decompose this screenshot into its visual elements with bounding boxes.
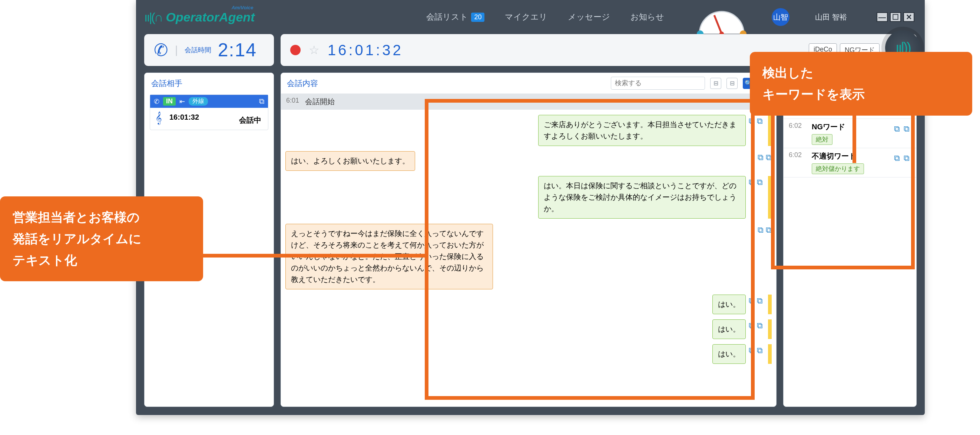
- filter-name: NGワード: [812, 122, 845, 132]
- copy-icon[interactable]: ⧉: [749, 296, 755, 306]
- maximize-button[interactable]: ☐: [890, 12, 901, 22]
- message-actions: ⧉⧉: [757, 151, 772, 162]
- badge-line: 外線: [189, 97, 208, 106]
- filter-keyword-chip: 絶対: [812, 134, 832, 145]
- message-row: はい。⧉⧉: [285, 295, 772, 314]
- conv-start-time: 6:01: [286, 97, 299, 107]
- expand-icon[interactable]: ⧉: [757, 178, 763, 187]
- message-actions: ⧉⧉: [749, 176, 763, 187]
- enter-icon: ⇤: [180, 97, 185, 106]
- caller-status: 会話中: [239, 115, 261, 125]
- filter-panel: 会話フィルタ 6:02iDeCoiDeCo⧉⧉6:02NGワード絶対⧉⧉6:02…: [783, 73, 916, 407]
- copy-icon[interactable]: ⧉: [894, 124, 900, 134]
- conv-count-badge: 20: [471, 13, 484, 22]
- caller-panel-title: 会話相手: [145, 73, 274, 92]
- callout-keywords: 検出した キーワードを表示: [750, 52, 972, 116]
- user-avatar[interactable]: 山智: [772, 8, 789, 26]
- message-actions: ⧉⧉: [749, 115, 763, 126]
- expand-icon[interactable]: ⧉: [757, 346, 763, 355]
- expand-icon[interactable]: ⧉: [757, 296, 763, 306]
- copy-icon[interactable]: ⧉: [259, 97, 264, 106]
- message-row: ご来店ありがとうございます。本日担当させていただきますよろしくお願いいたします。…: [285, 115, 772, 146]
- expand-icon[interactable]: ⧉: [904, 124, 910, 134]
- copy-icon[interactable]: ⧉: [894, 153, 900, 163]
- message-actions: ⧉⧉: [757, 224, 772, 235]
- user-name: 山田 智裕: [815, 12, 847, 22]
- top-nav: 会話リスト 20 マイクエリ メッセージ お知らせ 山智 山田 智裕 — ☐: [426, 4, 915, 30]
- expand-icon[interactable]: ⧉: [766, 225, 772, 235]
- copy-icon[interactable]: ⧉: [749, 321, 755, 330]
- expand-icon[interactable]: ⧉: [757, 321, 763, 330]
- conversation-start-marker: 6:01 会話開始: [281, 94, 776, 110]
- phone-icon: 𝄞: [155, 111, 162, 124]
- badge-in: IN: [163, 97, 176, 106]
- message-actions: ⧉⧉: [749, 295, 763, 306]
- next-button[interactable]: ⊟: [727, 78, 738, 89]
- filter-time: 6:02: [789, 122, 807, 145]
- operator-bubble[interactable]: はい。: [713, 344, 746, 364]
- filter-time: 6:02: [789, 151, 807, 174]
- call-duration-label: 会話時間: [185, 46, 211, 54]
- caller-item[interactable]: ✆ IN ⇤ 外線 ⧉ 𝄞 16:01:32 会話中: [150, 94, 268, 130]
- operator-bubble[interactable]: ご来店ありがとうございます。本日担当させていただきますよろしくお願いいたします。: [538, 115, 746, 146]
- copy-icon[interactable]: ⧉: [749, 346, 755, 355]
- filter-item[interactable]: 6:02NGワード絶対⧉⧉: [784, 119, 916, 148]
- conv-start-label: 会話開始: [305, 97, 335, 107]
- callout-lead-line: [853, 113, 856, 163]
- brand-name: AmiVoice OperatorAgent: [166, 10, 255, 24]
- message-row: はい。⧉⧉: [285, 344, 772, 364]
- app-header: ıı|(∩ AmiVoice OperatorAgent 会話リスト 20 マイ…: [136, 0, 925, 34]
- message-actions: ⧉⧉: [749, 344, 763, 355]
- message-row: はい。⧉⧉: [285, 319, 772, 339]
- prev-button[interactable]: ⊟: [710, 78, 721, 89]
- message-list: ご来店ありがとうございます。本日担当させていただきますよろしくお願いいたします。…: [281, 110, 776, 367]
- conversation-panel-header: 会話内容 ⊟ ⊟ 🔍 ⧉: [281, 73, 776, 94]
- operator-bubble[interactable]: はい。: [713, 319, 746, 339]
- conversation-panel: 会話内容 ⊟ ⊟ 🔍 ⧉ 6:01 会話開始 ご来店ありがとうございます。本日担…: [281, 73, 776, 407]
- star-icon[interactable]: ☆: [309, 43, 320, 57]
- message-actions: ⧉⧉: [749, 319, 763, 330]
- clock-time: 16:01:32: [328, 42, 403, 59]
- nav-notices[interactable]: お知らせ: [630, 11, 664, 22]
- brand-subname: AmiVoice: [232, 5, 253, 10]
- close-button[interactable]: ✕: [903, 12, 915, 22]
- copy-icon[interactable]: ⧉: [757, 225, 764, 235]
- search-input[interactable]: [611, 77, 705, 90]
- main-columns: 会話相手 ✆ IN ⇤ 外線 ⧉ 𝄞 16:01:32 会話中 会話内容: [136, 73, 925, 415]
- message-row: はい。本日は保険に関するご相談ということですが、どのような保険をご検討か具体的な…: [285, 176, 772, 219]
- callout-lead-line: [203, 254, 425, 257]
- nav-conv-list[interactable]: 会話リスト 20: [426, 11, 484, 22]
- minimize-button[interactable]: —: [877, 12, 888, 22]
- caller-item-header: ✆ IN ⇤ 外線 ⧉: [150, 95, 268, 108]
- operator-bubble[interactable]: はい。: [713, 295, 746, 314]
- copy-icon[interactable]: ⧉: [749, 116, 755, 126]
- message-row: はい、よろしくお願いいたします。⧉⧉: [285, 151, 772, 171]
- sentiment-gauge: [696, 10, 748, 36]
- record-icon: [290, 45, 301, 55]
- nav-my-area[interactable]: マイクエリ: [505, 11, 547, 22]
- phone-icon: ✆: [154, 97, 159, 106]
- call-duration-card: ✆ | 会話時間 2:14: [144, 34, 274, 66]
- filter-item[interactable]: 6:02不適切ワード絶対儲かります⧉⧉: [784, 148, 916, 178]
- callout-transcription: 営業担当者とお客様の 発話をリアルタイムに テキスト化: [0, 196, 203, 281]
- operator-bubble[interactable]: はい。本日は保険に関するご相談ということですが、どのような保険をご検討か具体的な…: [538, 176, 746, 219]
- expand-icon[interactable]: ⧉: [904, 153, 910, 163]
- customer-bubble[interactable]: はい、よろしくお願いいたします。: [285, 151, 415, 171]
- expand-icon[interactable]: ⧉: [766, 152, 772, 162]
- call-duration-value: 2:14: [218, 39, 257, 61]
- filter-keyword-chip: 絶対儲かります: [812, 164, 864, 174]
- phone-icon: ✆: [154, 40, 168, 60]
- copy-icon[interactable]: ⧉: [749, 178, 755, 187]
- copy-icon[interactable]: ⧉: [757, 152, 764, 162]
- nav-messages[interactable]: メッセージ: [568, 11, 610, 22]
- expand-icon[interactable]: ⧉: [757, 116, 763, 126]
- window-controls: — ☐ ✕: [877, 12, 915, 22]
- sound-wave-icon: ıı|(∩: [144, 10, 162, 24]
- conversation-panel-title: 会話内容: [287, 78, 318, 89]
- brand-logo: ıı|(∩ AmiVoice OperatorAgent: [144, 10, 255, 24]
